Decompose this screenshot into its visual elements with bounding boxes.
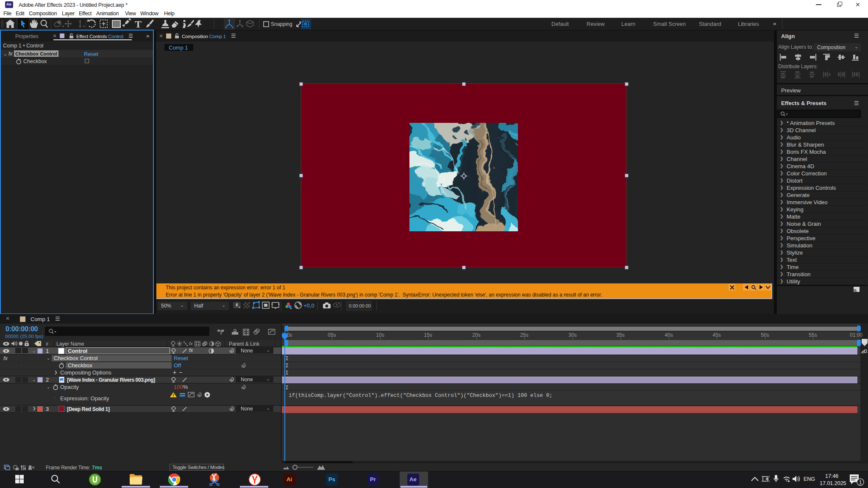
svg-text:T: T <box>135 19 142 30</box>
svg-text:Snapping: Snapping <box>271 21 292 27</box>
svg-text:1: 1 <box>859 480 862 485</box>
